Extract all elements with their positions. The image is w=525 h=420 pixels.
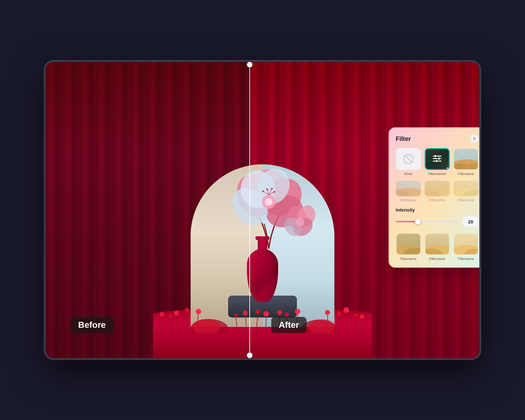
desert-thumb-9-svg xyxy=(454,234,478,255)
close-button[interactable]: × xyxy=(470,134,479,143)
filter-item-9[interactable]: Filtername xyxy=(453,233,479,261)
sliders-icon xyxy=(432,154,442,163)
svg-point-23 xyxy=(174,311,179,316)
filter-item-5[interactable]: Filtername xyxy=(424,181,450,202)
filter-label-6: Filtername xyxy=(458,198,474,202)
filter-thumb-7 xyxy=(396,233,421,255)
filter-thumb-9 xyxy=(453,233,478,255)
filter-item-6[interactable]: Filtername xyxy=(453,181,479,202)
filter-thumb-6 xyxy=(453,181,478,196)
svg-point-49 xyxy=(234,313,238,317)
filter-label-9: Filtername xyxy=(458,257,474,261)
svg-point-27 xyxy=(196,309,201,314)
divider-handle-bottom[interactable] xyxy=(247,352,252,358)
svg-point-25 xyxy=(185,308,189,312)
svg-point-15 xyxy=(273,191,275,193)
filter-item-active[interactable]: Filternamee xyxy=(424,148,450,176)
filter-label-none: None xyxy=(404,172,412,176)
filter-panel-header: Filter × xyxy=(396,134,479,143)
svg-line-48 xyxy=(236,317,238,333)
image-canvas: Before After Filter × xyxy=(46,62,479,358)
filter-item-7[interactable]: Filtername xyxy=(396,233,421,261)
svg-point-41 xyxy=(360,314,364,319)
svg-line-44 xyxy=(256,313,258,333)
filter-thumb-none xyxy=(396,148,421,170)
filter-panel-title: Filter xyxy=(396,135,411,142)
desert-thumb-5-svg xyxy=(425,181,450,196)
svg-line-38 xyxy=(355,317,356,333)
filter-item-none[interactable]: None xyxy=(396,148,421,176)
svg-line-40 xyxy=(362,318,362,333)
filter-item-3[interactable]: Filtername xyxy=(453,148,479,176)
intensity-slider[interactable] xyxy=(396,221,459,222)
desert-thumb-6-svg xyxy=(453,181,478,196)
after-label: After xyxy=(271,317,307,333)
intensity-slider-fill xyxy=(396,221,418,222)
svg-point-47 xyxy=(263,311,269,317)
desert-thumb-4-svg xyxy=(396,181,421,196)
svg-line-46 xyxy=(266,315,266,333)
svg-point-39 xyxy=(354,313,358,317)
vase-body xyxy=(247,249,278,302)
none-icon xyxy=(402,153,415,165)
filter-label-7: Filtername xyxy=(400,257,417,261)
svg-point-65 xyxy=(434,155,437,158)
svg-line-42 xyxy=(245,314,247,333)
device-frame: Before After Filter × xyxy=(44,60,481,360)
svg-point-8 xyxy=(265,198,272,206)
intensity-slider-thumb[interactable] xyxy=(415,219,421,224)
svg-point-53 xyxy=(285,312,289,317)
svg-point-35 xyxy=(337,312,341,316)
filter-label-5: Filtername xyxy=(429,198,445,202)
desert-thumb-8-svg xyxy=(425,234,450,255)
intensity-label: Intensity xyxy=(396,207,479,212)
filter-thumb-8 xyxy=(425,233,450,255)
svg-point-16 xyxy=(262,190,264,192)
filter-thumb-active xyxy=(425,148,450,170)
filter-item-8[interactable]: Filtername xyxy=(424,233,450,261)
svg-point-66 xyxy=(438,158,440,160)
filter-label-8: Filtername xyxy=(429,257,445,261)
svg-point-31 xyxy=(160,312,164,317)
svg-point-14 xyxy=(271,188,273,190)
svg-line-30 xyxy=(162,316,162,333)
svg-point-43 xyxy=(243,311,248,316)
svg-line-22 xyxy=(177,314,178,333)
comparison-divider[interactable] xyxy=(249,62,250,358)
svg-point-37 xyxy=(343,307,349,313)
intensity-row: 20 xyxy=(396,216,479,227)
svg-point-29 xyxy=(168,314,172,318)
svg-point-67 xyxy=(435,160,438,162)
filter-label-4: Filtername xyxy=(400,198,417,202)
svg-point-33 xyxy=(325,310,330,315)
filter-thumb-3 xyxy=(453,148,478,170)
svg-line-34 xyxy=(338,315,339,333)
svg-point-21 xyxy=(296,218,304,227)
filter-label-3: Filtername xyxy=(458,172,474,176)
filter-thumb-5 xyxy=(425,181,450,196)
filter-grid-row2-partial: Filtername Filtername xyxy=(396,181,479,202)
intensity-value[interactable]: 20 xyxy=(462,216,479,227)
svg-line-24 xyxy=(187,311,188,333)
svg-point-51 xyxy=(277,310,282,315)
svg-line-28 xyxy=(170,318,172,333)
filter-thumb-4 xyxy=(396,181,421,196)
svg-point-45 xyxy=(256,309,260,314)
divider-handle-top[interactable] xyxy=(247,62,252,68)
filter-label-active: Filternamee xyxy=(428,172,446,176)
svg-line-61 xyxy=(405,155,412,163)
desert-thumb-3-svg xyxy=(454,149,478,170)
flowers-svg xyxy=(206,161,331,255)
intensity-section: Intensity 20 xyxy=(396,203,479,229)
wildflowers-svg xyxy=(153,296,372,333)
filter-grid-row1: None xyxy=(396,148,479,176)
filter-grid-row3: Filtername Filtername xyxy=(396,233,479,261)
svg-point-13 xyxy=(266,188,268,190)
svg-point-55 xyxy=(295,309,300,314)
filter-item-4[interactable]: Filtername xyxy=(396,181,421,202)
filter-panel: Filter × None xyxy=(389,128,479,268)
desert-thumb-7-svg xyxy=(397,234,421,255)
svg-line-36 xyxy=(346,311,347,333)
before-label: Before xyxy=(71,317,113,333)
